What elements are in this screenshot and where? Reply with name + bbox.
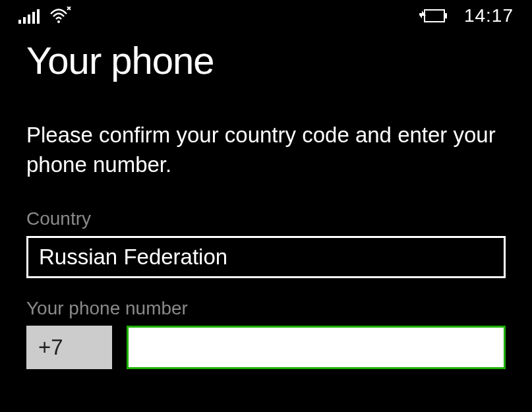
svg-rect-6 <box>425 10 444 22</box>
status-right: 14:17 <box>419 5 514 26</box>
svg-rect-3 <box>32 12 35 24</box>
page-title: Your phone <box>26 38 506 82</box>
phone-row: +7 <box>26 326 506 369</box>
svg-rect-4 <box>37 9 40 24</box>
svg-rect-7 <box>444 13 447 18</box>
phone-number-input[interactable] <box>127 326 506 369</box>
country-code-field[interactable]: +7 <box>26 326 112 369</box>
status-left <box>18 7 73 25</box>
instruction-text: Please confirm your country code and ent… <box>26 121 506 179</box>
svg-point-5 <box>57 20 60 23</box>
svg-rect-1 <box>23 17 26 24</box>
country-select[interactable]: Russian Federation <box>26 236 506 278</box>
svg-rect-2 <box>28 15 30 24</box>
content: Your phone Please confirm your country c… <box>0 26 532 369</box>
clock: 14:17 <box>464 5 514 26</box>
phone-label: Your phone number <box>26 298 506 319</box>
svg-rect-0 <box>18 20 21 24</box>
country-label: Country <box>26 208 506 229</box>
wifi-icon <box>49 7 73 25</box>
battery-charging-icon <box>419 9 448 23</box>
signal-icon <box>18 8 41 24</box>
status-bar: 14:17 <box>0 0 532 26</box>
